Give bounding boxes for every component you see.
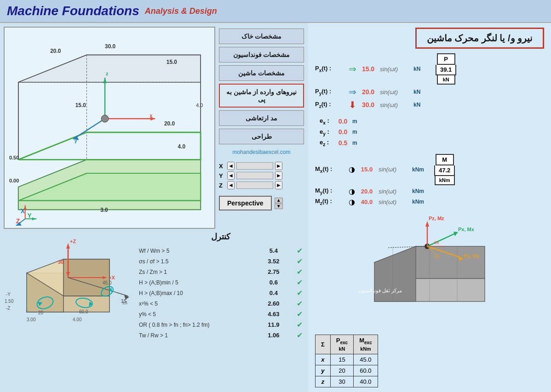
- summary-m: 40.0: [354, 376, 378, 387]
- summary-p: 15: [330, 354, 353, 365]
- svg-text:-Z: -Z: [6, 306, 10, 311]
- x-slider[interactable]: [236, 162, 273, 170]
- summary-row: z 30 40.0: [316, 376, 378, 387]
- summary-table: Σ PexckN MexckNm x 15 45.0 y 20 60.0 z 3…: [315, 335, 378, 387]
- summary-p: 20: [330, 365, 353, 376]
- mx-unit: kNm: [412, 166, 426, 173]
- ey-value: 0.0: [337, 128, 349, 136]
- viewport-3d[interactable]: 20.0 30.0 15.0 15.0 20.0 0.50 0.00 3.0 4…: [4, 27, 215, 229]
- y-control-row: Y ◄ ►: [219, 171, 304, 180]
- summary-p: 30: [330, 376, 353, 387]
- control-row: ✔ 1.06 Tw / Rw > 1: [137, 330, 304, 341]
- control-formula: x¹% < 5: [137, 298, 258, 309]
- control-formula: H > (A;B)min / 5: [137, 277, 258, 288]
- app-title-main: Machine Foundations: [7, 4, 139, 18]
- col-pexc: PexckN: [330, 335, 353, 354]
- svg-text:15.0: 15.0: [166, 59, 178, 65]
- summary-axis: y: [316, 365, 331, 376]
- xyz-controls: X ◄ ► Y ◄ ► Z ◄ ►: [219, 160, 304, 191]
- control-check: ✔: [289, 309, 304, 319]
- control-value: 2.75: [258, 267, 288, 277]
- m-box-value: 47.2: [434, 165, 455, 176]
- my-value: 20.0: [359, 188, 375, 195]
- moment-row-mz: Mz(t) : ◑ 40.0 sin(ωt) kNm: [315, 198, 544, 206]
- col-sigma: Σ: [316, 335, 331, 354]
- z-right-btn[interactable]: ►: [275, 181, 282, 189]
- perspective-down-btn[interactable]: ▼: [275, 204, 283, 209]
- summary-row: x 15 45.0: [316, 354, 378, 365]
- nav-btn-soil[interactable]: مشخصات خاک: [219, 28, 304, 44]
- mx-value: 15.0: [359, 166, 375, 173]
- control-row: ✔ 5.4 Wf / Wm > 5: [137, 245, 304, 256]
- control-row: ✔ 2.60 x¹% < 5: [137, 298, 304, 309]
- force-row-pz: Pz(t) : ⬇ 30.0 sin(ωt) kN: [315, 99, 544, 110]
- svg-text:z: z: [106, 71, 109, 76]
- nav-btn-foundation[interactable]: مشخصات فونداسیون: [219, 47, 304, 62]
- nav-btn-design[interactable]: طراحی: [219, 129, 304, 144]
- moment-row-my: My(t) : ◑ 20.0 sin(ωt) kNm: [315, 187, 544, 196]
- ex-row: ex : 0.0 m: [320, 117, 357, 125]
- z-label: Z: [219, 182, 225, 189]
- m-box-label: M: [436, 154, 454, 165]
- svg-text:y: y: [75, 138, 77, 143]
- nav-btn-machine[interactable]: مشخصات ماشین: [219, 65, 304, 81]
- control-value: 11.9: [258, 319, 288, 330]
- controls-table: ✔ 5.4 Wf / Wm > 5 ✔ 3.52 σs / σf > 1.5 ✔…: [137, 245, 304, 341]
- header: Machine Foundations Analysis & Design: [0, 0, 551, 23]
- control-row: ✔ 0.4 H > (A;B)max / 10: [137, 288, 304, 298]
- p-box-label: P: [437, 53, 455, 65]
- pz-value: 30.0: [360, 101, 376, 108]
- control-value: 1.06: [258, 330, 288, 341]
- my-unit: kNm: [412, 188, 426, 194]
- y-slider[interactable]: [236, 172, 273, 179]
- py-value: 20.0: [360, 88, 376, 96]
- nav-btn-forces[interactable]: نیروهای وارده از ماشین به پی: [219, 84, 304, 108]
- pz-sin: sin(ωt): [380, 102, 410, 108]
- summary-m: 60.0: [354, 365, 378, 376]
- ey-row: ey : 0.0 m: [320, 128, 357, 136]
- left-top: 20.0 30.0 15.0 15.0 20.0 0.50 0.00 3.0 4…: [4, 27, 304, 229]
- py-arrow-icon: ⇒: [349, 86, 356, 97]
- pz-arrow-icon: ⬇: [349, 99, 356, 110]
- my-label: My(t) :: [315, 187, 345, 195]
- svg-text:3.0: 3.0: [100, 207, 108, 213]
- pz-label: Pz(t) :: [315, 101, 345, 109]
- nav-panel: مشخصات خاک مشخصات فونداسیون مشخصات ماشین…: [219, 27, 304, 229]
- control-row: ✔ 4.63 y% < 5: [137, 309, 304, 319]
- perspective-up-btn[interactable]: ▲: [275, 198, 283, 203]
- p-box-value: 39.1: [436, 65, 456, 75]
- svg-text:+X: +X: [109, 275, 115, 280]
- x-left-btn[interactable]: ◄: [227, 162, 235, 170]
- main-layout: 20.0 30.0 15.0 15.0 20.0 0.50 0.00 3.0 4…: [0, 23, 551, 392]
- x-right-btn[interactable]: ►: [275, 162, 282, 170]
- y-left-btn[interactable]: ◄: [227, 171, 235, 180]
- mx-icon: ◑: [349, 165, 355, 174]
- nav-btn-vibration[interactable]: مد ارتعاشی: [219, 110, 304, 126]
- svg-text:4.0: 4.0: [178, 143, 186, 150]
- summary-row: y 20 60.0: [316, 365, 378, 376]
- control-row: ✔ 0.6 H > (A;B)min / 5: [137, 277, 304, 288]
- svg-text:Pz, Mz: Pz, Mz: [429, 216, 444, 221]
- svg-line-89: [427, 233, 457, 246]
- control-value: 3.52: [258, 256, 288, 267]
- svg-text:1S: 1S: [122, 301, 127, 305]
- svg-marker-90: [453, 232, 458, 236]
- control-formula: Tw / Rw > 1: [137, 330, 258, 341]
- control-formula: H > (A;B)max / 10: [137, 288, 258, 298]
- px-unit: kN: [413, 66, 427, 72]
- z-slider[interactable]: [236, 182, 273, 189]
- svg-point-25: [101, 115, 109, 122]
- mz-label: Mz(t) :: [315, 198, 345, 206]
- control-formula: OR ( 0.8 fm > fn ; fn> 1.2 fm): [137, 319, 258, 330]
- ecc-col: ex : 0.0 m ey : 0.0 m ez : 0.5 m: [320, 117, 357, 147]
- control-value: 2.60: [258, 298, 288, 309]
- py-sin: sin(ωt): [380, 89, 410, 96]
- z-left-btn[interactable]: ◄: [227, 181, 235, 189]
- svg-text:x: x: [149, 113, 152, 118]
- y-right-btn[interactable]: ►: [275, 171, 282, 180]
- control-panel: کنترل ✔ 5.4 Wf / Wm > 5 ✔ 3.52 σs / σf >…: [137, 232, 304, 388]
- ey-unit: m: [352, 129, 357, 135]
- svg-text:3.00: 3.00: [27, 317, 36, 322]
- perspective-btn[interactable]: Perspective: [219, 196, 272, 210]
- m-box-unit: kNm: [435, 176, 455, 185]
